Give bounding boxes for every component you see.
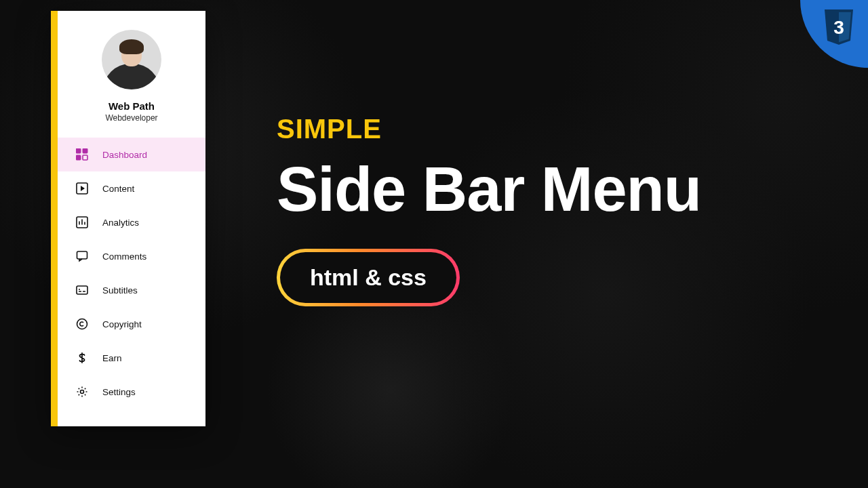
sidebar-item-content[interactable]: Content	[58, 171, 205, 205]
svg-rect-4	[83, 155, 87, 160]
sidebar-item-label: Earn	[102, 353, 122, 363]
svg-rect-7	[77, 251, 87, 259]
svg-rect-1	[76, 148, 81, 153]
headline-title: Side Bar Menu	[277, 158, 701, 220]
svg-rect-2	[83, 148, 87, 153]
comment-icon	[75, 249, 89, 263]
svg-text:3: 3	[833, 17, 844, 38]
gear-icon	[75, 385, 89, 399]
avatar	[102, 30, 161, 89]
profile-name: Web Path	[58, 100, 205, 112]
sidebar-menu: Dashboard Content Analytics Comments	[58, 138, 205, 409]
css3-shield-icon: 3	[822, 9, 856, 47]
sidebar-item-label: Content	[102, 184, 134, 194]
svg-point-9	[77, 319, 87, 329]
subtitles-icon	[75, 283, 89, 297]
sidebar-accent-stripe	[51, 11, 58, 426]
headline-kicker: SIMPLE	[277, 114, 701, 144]
sidebar-item-subtitles[interactable]: Subtitles	[58, 273, 205, 307]
svg-point-10	[81, 390, 84, 394]
copyright-icon	[75, 317, 89, 331]
dollar-icon	[75, 351, 89, 365]
svg-rect-8	[77, 286, 87, 294]
sidebar-item-earn[interactable]: Earn	[58, 341, 205, 375]
headline: SIMPLE Side Bar Menu html & css	[277, 114, 701, 306]
sidebar-item-dashboard[interactable]: Dashboard	[58, 138, 205, 171]
tech-pill-label: html & css	[310, 264, 427, 290]
sidebar-item-label: Subtitles	[102, 285, 138, 296]
chart-icon	[75, 216, 89, 229]
sidebar-item-copyright[interactable]: Copyright	[58, 307, 205, 341]
play-icon	[75, 182, 89, 195]
sidebar-card: Web Path Webdeveloper Dashboard Content …	[51, 11, 205, 426]
sidebar-item-settings[interactable]: Settings	[58, 375, 205, 409]
dashboard-icon	[75, 148, 89, 161]
sidebar-item-comments[interactable]: Comments	[58, 239, 205, 273]
css3-badge: 3	[800, 0, 868, 68]
profile-role: Webdeveloper	[58, 113, 205, 123]
sidebar-item-label: Comments	[102, 251, 146, 262]
sidebar-item-label: Dashboard	[102, 150, 147, 160]
sidebar-item-label: Copyright	[102, 319, 142, 329]
svg-rect-3	[76, 155, 81, 160]
tech-pill: html & css	[277, 249, 460, 306]
sidebar-item-analytics[interactable]: Analytics	[58, 205, 205, 239]
sidebar-item-label: Analytics	[102, 218, 139, 228]
sidebar-item-label: Settings	[102, 387, 136, 397]
